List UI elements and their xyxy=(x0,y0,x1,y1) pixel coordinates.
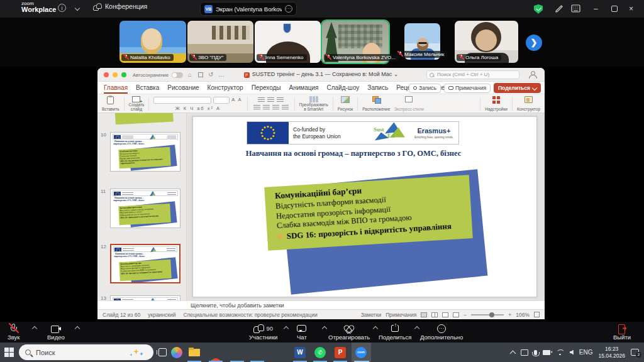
zoom-out-button[interactable]: − xyxy=(464,312,467,318)
video-tile[interactable]: ЗВО "ПДУ" xyxy=(187,21,253,63)
record-button[interactable]: Запись xyxy=(409,84,441,93)
new-slide-button[interactable]: Создать слайд xyxy=(127,96,147,112)
display-tray-icon[interactable] xyxy=(521,349,528,356)
designer-button[interactable]: Конструктор xyxy=(515,96,542,112)
react-options-chevron[interactable] xyxy=(373,326,378,331)
zoom-app-icon[interactable]: zoom xyxy=(355,347,367,358)
start-button[interactable] xyxy=(4,348,14,357)
more-button[interactable]: ··· Дополнительно xyxy=(420,324,463,341)
clock[interactable]: 16:23 15.04.2026 xyxy=(598,346,625,359)
tab-animations[interactable]: Анимация xyxy=(289,82,319,94)
maximize-button[interactable] xyxy=(611,6,618,12)
video-tile[interactable]: Максим Мельник xyxy=(404,23,440,60)
addins-button[interactable]: Надстройки xyxy=(483,96,509,112)
notes-pane[interactable]: Щелкните, чтобы добавить заметки xyxy=(97,300,545,309)
language-switcher[interactable]: ENG xyxy=(579,349,593,356)
participants-options-chevron[interactable] xyxy=(284,326,289,331)
word-icon[interactable]: W xyxy=(294,347,306,358)
file-explorer-icon[interactable] xyxy=(189,347,200,358)
align-center-icon[interactable] xyxy=(263,105,270,111)
video-options-chevron[interactable] xyxy=(75,326,80,331)
slide-sorter-button[interactable] xyxy=(431,312,438,317)
paste-button[interactable]: Вставить xyxy=(100,96,121,112)
camera-tray-icon[interactable] xyxy=(543,350,550,355)
slideshow-button[interactable] xyxy=(453,312,459,317)
whatsapp-icon[interactable]: ✆ xyxy=(314,347,326,358)
indent-icon[interactable] xyxy=(277,97,284,103)
share-screen-button[interactable]: Поделиться xyxy=(379,324,411,341)
justify-icon[interactable] xyxy=(282,105,289,111)
tab-insert[interactable]: Вставка xyxy=(136,82,159,94)
participants-button[interactable]: 90 Участники xyxy=(249,324,277,341)
react-button[interactable]: Отреагировать xyxy=(328,324,370,341)
zoom-level[interactable]: 106% xyxy=(516,312,530,318)
video-tile[interactable]: Inna Semenenko xyxy=(255,21,321,63)
bullets-icon[interactable] xyxy=(258,97,265,103)
align-left-icon[interactable] xyxy=(253,105,260,111)
fit-slide-button[interactable] xyxy=(534,312,540,317)
tab-design[interactable]: Конструктор xyxy=(208,82,243,94)
align-right-icon[interactable] xyxy=(272,105,279,111)
tab-record[interactable]: Запись xyxy=(367,82,388,94)
slide-thumbnail[interactable]: Навчання на основі громад – партнерство … xyxy=(110,189,180,228)
wifi-icon[interactable] xyxy=(556,349,564,356)
slide-thumbnails-pane[interactable]: Особи з інвалідністю – 6%SDG 16: відновл… xyxy=(97,113,187,300)
profile-icon[interactable] xyxy=(529,71,536,78)
zoom-in-button[interactable]: + xyxy=(508,312,511,318)
video-button[interactable]: Видео xyxy=(47,324,65,341)
tab-meeting[interactable]: Конференция xyxy=(93,3,147,10)
notes-toggle[interactable]: Заметки xyxy=(361,312,382,318)
quick-styles-button[interactable]: Экспресс-стили xyxy=(392,96,426,112)
copilot-app-icon[interactable] xyxy=(171,347,182,358)
tab-slideshow[interactable]: Слайд-шоу xyxy=(327,82,360,94)
ppt-search-input[interactable]: Поиск (Cmd + Ctrl + U) xyxy=(426,70,519,79)
video-tile-active-speaker[interactable]: Valentyna Borkovska ZVO... xyxy=(322,21,389,63)
font-size-select[interactable] xyxy=(213,97,230,104)
info-icon[interactable]: i xyxy=(58,4,66,12)
close-button[interactable]: × xyxy=(629,5,633,13)
picture-button[interactable]: Рисунок xyxy=(336,96,355,112)
share-options-chevron[interactable] xyxy=(414,326,419,331)
leave-button[interactable]: Выйти xyxy=(613,324,631,341)
next-page-arrow[interactable]: ❯ xyxy=(526,35,542,51)
security-shield-icon[interactable] xyxy=(534,4,543,14)
smartart-button[interactable]: Преобразовать в SmartArt xyxy=(297,96,330,112)
tab-shared-screen[interactable]: VB Экран (Valentyna Borkovska ZVO ··· xyxy=(200,2,297,16)
chevron-down-icon[interactable] xyxy=(75,6,80,11)
current-slide[interactable]: Co-funded by the European Union Sust Ed … xyxy=(192,116,537,297)
arrange-button[interactable]: Расположение xyxy=(360,96,392,112)
font-size-buttons[interactable]: A A xyxy=(231,97,242,104)
tab-home[interactable]: Главная xyxy=(104,82,128,94)
audio-options-chevron[interactable] xyxy=(32,326,37,331)
font-name-select[interactable] xyxy=(153,97,211,104)
accessibility-check[interactable]: Специальные возможности: проверьте реком… xyxy=(184,312,318,318)
bold-italic-underline-buttons[interactable]: Ж К Ч xyxy=(175,106,194,111)
audio-button[interactable]: Звук xyxy=(8,324,19,341)
comments-button[interactable]: Примечания xyxy=(444,84,491,93)
tray-expand-chevron[interactable] xyxy=(509,350,516,356)
notification-center-icon[interactable]: 2 xyxy=(631,349,639,356)
minimize-button[interactable]: – xyxy=(594,5,598,13)
video-tile[interactable]: Ольга Логоша xyxy=(455,21,518,63)
video-tile[interactable]: Nataliia Kholiavko xyxy=(119,21,186,63)
chat-options-chevron[interactable] xyxy=(322,326,327,331)
text-effects-buttons[interactable]: аб х² А xyxy=(197,106,221,111)
volume-icon[interactable] xyxy=(570,350,574,355)
task-view-button[interactable] xyxy=(158,348,167,356)
slide-green-textbox[interactable]: Комунікаційні бар’єри Відсутність платфо… xyxy=(264,175,473,250)
reading-view-button[interactable] xyxy=(442,312,448,317)
keyboard-icon[interactable] xyxy=(571,4,580,13)
taskbar-search-input[interactable]: Поиск xyxy=(19,344,153,360)
tab-transitions[interactable]: Переходы xyxy=(252,82,281,94)
more-options-icon[interactable]: ··· xyxy=(285,5,292,13)
annotate-pencil-icon[interactable] xyxy=(555,4,564,13)
slide-thumbnail[interactable] xyxy=(110,295,180,300)
language-indicator[interactable]: украинский xyxy=(148,312,175,318)
mic-tray-icon[interactable] xyxy=(534,350,537,355)
tab-draw[interactable]: Рисование xyxy=(167,82,199,94)
slide-thumbnail[interactable]: Навчання на основі громад – партнерство … xyxy=(110,132,180,172)
normal-view-button[interactable] xyxy=(421,312,427,317)
slide-title[interactable]: Навчання на основі громад – партнерство … xyxy=(240,148,467,159)
chat-button[interactable]: Чат xyxy=(297,324,307,341)
share-button[interactable]: Поделиться xyxy=(494,83,541,93)
